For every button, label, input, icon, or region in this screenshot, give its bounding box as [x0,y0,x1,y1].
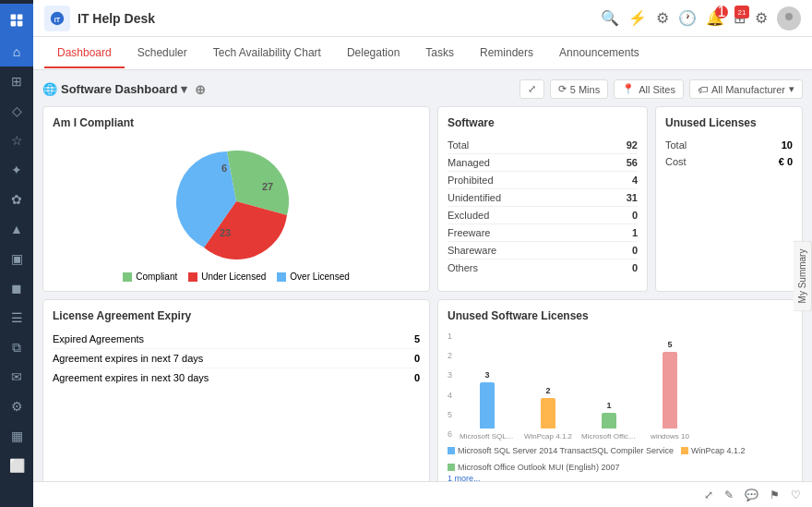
legend-color-dot [448,447,455,454]
bar-value: 3 [485,370,490,380]
heart-icon[interactable]: ♡ [791,489,801,501]
bar-wrapper: 3 [480,336,495,429]
bar[interactable]: 1 [602,413,616,429]
bar-label: Microsoft Office Outlook MUI (English) 2… [581,432,637,441]
sidebar-item-book[interactable]: ▣ [0,244,33,273]
comment-icon[interactable]: 💬 [745,489,758,501]
sidebar-item-grid[interactable]: ⊞ [0,66,33,96]
sidebar-item-star[interactable]: ☆ [0,126,33,155]
sidebar-item-chat[interactable]: ✉ [0,362,33,392]
bar[interactable]: 3 [480,382,495,429]
app-logo: IT [44,6,70,31]
unused-licenses-card: Unused Licenses Total10Cost€ 0 [655,106,803,292]
bar-value: 1 [607,401,612,410]
svg-text:6: 6 [221,163,227,174]
add-dashboard-icon[interactable]: ⊕ [195,82,206,97]
globe-icon: 🌐 [42,82,57,96]
edit-icon[interactable]: ✎ [724,489,734,501]
expiry-card: License Agreement Expiry Expired Agreeme… [42,299,430,481]
under-dot [188,272,197,282]
bar-wrapper: 1 [602,336,616,429]
content-area: 🌐 Software Dashboard ▾ ⊕ ⤢ ⟳ 5 Mins 📍 Al… [33,70,812,481]
software-row: Excluded0 [448,207,638,224]
svg-rect-1 [18,15,23,20]
sidebar-item-lightning[interactable]: ✦ [0,155,33,185]
notification-bell[interactable]: 🔔 1 [706,9,724,27]
compliant-dot [123,272,132,282]
bar[interactable]: 2 [541,398,555,429]
expand-button[interactable]: ⤢ [519,79,544,99]
software-row: Prohibited4 [448,172,638,189]
tab-tech-availability[interactable]: Tech Availability Chart [200,39,334,68]
user-avatar[interactable] [777,6,801,30]
bolt-icon[interactable]: ⚙ [656,9,669,27]
unused-rows: Total10Cost€ 0 [665,137,793,170]
expiry-row: Agreement expires in next 30 days0 [53,368,420,387]
bar-legend: Microsoft SQL Server 2014 TransactSQL Co… [448,446,793,472]
bar-chart-title: Unused Software Licenses [448,309,793,322]
tab-announcements[interactable]: Announcements [546,39,652,68]
sites-button[interactable]: 📍 All Sites [614,79,684,99]
svg-rect-3 [18,21,23,27]
software-title: Software [448,116,638,129]
bar-wrapper: 5 [663,336,677,429]
tab-delegation[interactable]: Delegation [334,39,412,68]
bar[interactable]: 5 [663,352,677,429]
sidebar-item-cube[interactable]: ◼ [0,273,33,303]
manufacturer-button[interactable]: 🏷 All Manufacturer ▾ [689,79,803,99]
statusbar: ⤢ ✎ 💬 ⚑ ♡ [33,481,812,507]
my-summary-label[interactable]: My Summary [794,240,812,311]
tab-tasks[interactable]: Tasks [412,39,467,68]
sidebar-item-home[interactable]: ⌂ [0,37,33,66]
software-row: Shareware0 [448,242,638,260]
bar-legend-item: WinPcap 4.1.2 [681,446,746,455]
sidebar-item-box[interactable]: ⬜ [0,451,33,480]
sidebar-item-list[interactable]: ☰ [0,303,33,332]
legend-color-dot [448,464,455,471]
lightning-icon[interactable]: ⚡ [628,9,647,27]
bar-value: 2 [546,386,551,395]
chevron-icon: ▾ [789,83,794,95]
my-summary-tab[interactable]: My Summary [794,240,812,311]
svg-rect-0 [11,15,17,20]
expand-icon[interactable]: ⤢ [704,489,713,501]
software-row: Total92 [448,137,638,154]
tab-reminders[interactable]: Reminders [467,39,546,68]
refresh-icon: ⟳ [558,83,567,95]
sidebar-item-layers[interactable]: ⧉ [0,332,33,362]
expiry-row: Agreement expires in next 7 days0 [53,349,420,368]
bar-chart-card: Unused Software Licenses 654321 3 Micros… [437,299,803,481]
bar-group: 5 windows 10 [642,336,698,441]
y-axis-label: 2 [448,351,452,360]
sidebar-item-rocket[interactable]: ▲ [0,214,33,244]
svg-point-6 [785,13,793,20]
y-axis-label: 4 [448,391,452,400]
flag-icon[interactable]: ⚑ [770,489,780,501]
bar-legend-item: Microsoft Office Outlook MUI (English) 2… [448,463,619,472]
search-icon[interactable]: 🔍 [601,9,619,27]
sidebar-item-grid2[interactable]: ▦ [0,421,33,451]
settings-icon[interactable]: ⚙ [755,9,768,27]
pie-container: 27 23 6 Compliant Under Licensed [53,137,420,282]
clock-icon[interactable]: 🕐 [678,9,697,27]
pie-chart: 27 23 6 [153,137,319,266]
chevron-down-icon[interactable]: ▾ [181,82,187,96]
sidebar-item-wrench[interactable]: ✿ [0,185,33,214]
unused-license-row: Total10 [665,137,793,153]
sidebar: ⌂ ⊞ ◇ ☆ ✦ ✿ ▲ ▣ ◼ ☰ ⧉ ✉ ⚙ ▦ ⬜ [0,0,33,507]
unused-license-row: Cost€ 0 [665,153,793,170]
sidebar-logo [0,4,33,37]
svg-text:23: 23 [220,227,231,238]
software-row: Managed56 [448,154,638,172]
expiry-title: License Agreement Expiry [53,309,420,322]
sidebar-item-tools[interactable]: ⚙ [0,392,33,421]
app-title: IT Help Desk [78,11,155,26]
sidebar-item-diamond[interactable]: ◇ [0,96,33,126]
dashboard-header: 🌐 Software Dashboard ▾ ⊕ ⤢ ⟳ 5 Mins 📍 Al… [42,79,803,99]
y-axis-label: 5 [448,410,452,419]
refresh-button[interactable]: ⟳ 5 Mins [550,79,608,99]
bar-group: 3 Microsoft SQL Server 2014 TransactSQL … [460,336,515,441]
apps-icon-wrap[interactable]: ⊞ 21 [734,9,746,27]
tab-scheduler[interactable]: Scheduler [125,39,200,68]
tab-dashboard[interactable]: Dashboard [44,39,125,68]
